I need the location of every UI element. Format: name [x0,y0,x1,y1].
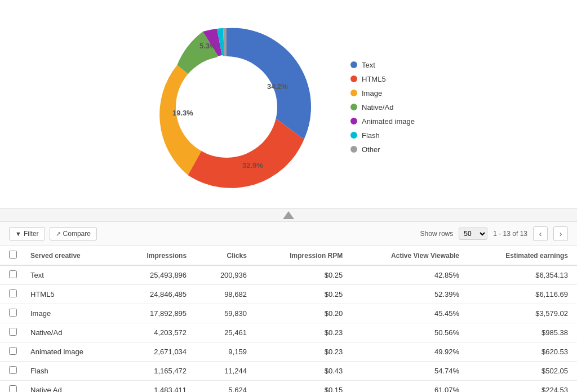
donut-chart: 34.2% 32.9% 19.3% 5.3% [136,17,317,197]
cell-impression-rpm: $0.25 [256,285,352,304]
row-checkbox-cell [0,304,21,323]
cell-clicks: 25,461 [196,323,256,342]
cell-clicks: 5,624 [196,381,256,393]
legend-dot [350,75,357,82]
row-checkbox[interactable] [9,347,17,355]
cell-estimated-earnings: $620.53 [468,342,577,362]
col-clicks: Clicks [196,246,256,265]
legend-item-native/ad: Native/Ad [350,103,441,112]
legend-dot [350,132,357,139]
cell-active-view: 54.74% [352,362,468,381]
legend-dot [350,146,357,153]
col-impressions: Impressions [117,246,196,265]
divider-bar [0,208,577,221]
legend: Text HTML5 Image Native/Ad Animated imag… [350,61,441,154]
row-checkbox[interactable] [9,309,17,317]
label-text: 34.2% [267,82,288,91]
cell-estimated-earnings: $6,116.69 [468,285,577,304]
next-page-button[interactable]: › [553,226,568,241]
table-row: Text 25,493,896 200,936 $0.25 42.85% $6,… [0,265,577,285]
cell-impressions: 4,203,572 [117,323,196,342]
table-row: HTML5 24,846,485 98,682 $0.25 52.39% $6,… [0,285,577,304]
filter-label: Filter [24,230,39,238]
up-arrow-icon [283,211,294,219]
header-checkbox-cell [0,246,21,265]
data-table: Served creative Impressions Clicks Impre… [0,246,577,392]
cell-estimated-earnings: $3,579.02 [468,304,577,323]
table-row: Flash 1,165,472 11,244 $0.43 54.74% $502… [0,362,577,381]
row-checkbox[interactable] [9,270,17,278]
compare-button[interactable]: ↗ Compare [50,227,97,240]
cell-impression-rpm: $0.23 [256,323,352,342]
cell-active-view: 45.45% [352,304,468,323]
cell-estimated-earnings: $502.05 [468,362,577,381]
prev-page-button[interactable]: ‹ [533,226,548,241]
rows-select[interactable]: 50 25 100 [459,228,487,240]
show-rows-label: Show rows [420,230,454,238]
legend-item-text: Text [350,61,441,69]
cell-active-view: 49.92% [352,342,468,362]
col-served-creative: Served creative [21,246,117,265]
label-image: 19.3% [172,109,193,117]
row-checkbox-cell [0,342,21,362]
cell-served-creative: Native Ad [21,381,117,393]
cell-impressions: 1,483,411 [117,381,196,393]
cell-served-creative: Image [21,304,117,323]
legend-item-animated-image: Animated image [350,117,441,126]
cell-estimated-earnings: $224.53 [468,381,577,393]
filter-button[interactable]: ▼ Filter [9,227,45,240]
cell-clicks: 200,936 [196,265,256,285]
legend-item-html5: HTML5 [350,75,441,83]
cell-active-view: 61.07% [352,381,468,393]
legend-dot [350,104,357,110]
table-row: Native/Ad 4,203,572 25,461 $0.23 50.56% … [0,323,577,342]
cell-impression-rpm: $0.23 [256,342,352,362]
table-toolbar: ▼ Filter ↗ Compare Show rows 50 25 100 1… [0,222,577,246]
row-checkbox[interactable] [9,366,17,374]
cell-impressions: 17,892,895 [117,304,196,323]
row-checkbox-cell [0,381,21,393]
cell-impressions: 24,846,485 [117,285,196,304]
cell-impressions: 2,671,034 [117,342,196,362]
filter-icon: ▼ [15,230,21,237]
legend-label: Animated image [362,117,415,126]
cell-impression-rpm: $0.43 [256,362,352,381]
legend-item-other: Other [350,145,441,154]
legend-dot [350,118,357,124]
legend-label: Flash [362,131,380,140]
col-active-view: Active View Viewable [352,246,468,265]
legend-label: Text [362,61,375,69]
row-checkbox-cell [0,285,21,304]
cell-served-creative: Text [21,265,117,285]
cell-clicks: 9,159 [196,342,256,362]
table-row: Native Ad 1,483,411 5,624 $0.15 61.07% $… [0,381,577,393]
cell-clicks: 11,244 [196,362,256,381]
cell-served-creative: Flash [21,362,117,381]
label-html5: 32.9% [242,161,263,170]
legend-label: Image [362,89,382,97]
top-section: 34.2% 32.9% 19.3% 5.3% Text HTML5 Image … [0,0,577,208]
col-impression-rpm: Impression RPM [256,246,352,265]
cell-served-creative: HTML5 [21,285,117,304]
pagination-info: 1 - 13 of 13 [493,230,527,238]
cell-impression-rpm: $0.25 [256,265,352,285]
legend-label: Other [362,145,380,154]
cell-impression-rpm: $0.15 [256,381,352,393]
row-checkbox-cell [0,362,21,381]
table-section: ▼ Filter ↗ Compare Show rows 50 25 100 1… [0,221,577,392]
cell-clicks: 59,830 [196,304,256,323]
cell-impressions: 25,493,896 [117,265,196,285]
select-all-checkbox[interactable] [9,251,17,259]
cell-impression-rpm: $0.20 [256,304,352,323]
legend-item-image: Image [350,89,441,97]
cell-active-view: 50.56% [352,323,468,342]
label-native: 5.3% [199,42,216,50]
donut-hole [176,56,277,158]
cell-active-view: 52.39% [352,285,468,304]
cell-impressions: 1,165,472 [117,362,196,381]
row-checkbox[interactable] [9,328,17,336]
row-checkbox[interactable] [9,289,17,297]
compare-icon: ↗ [56,230,61,238]
row-checkbox[interactable] [9,385,17,392]
col-estimated-earnings: Estimated earnings [468,246,577,265]
